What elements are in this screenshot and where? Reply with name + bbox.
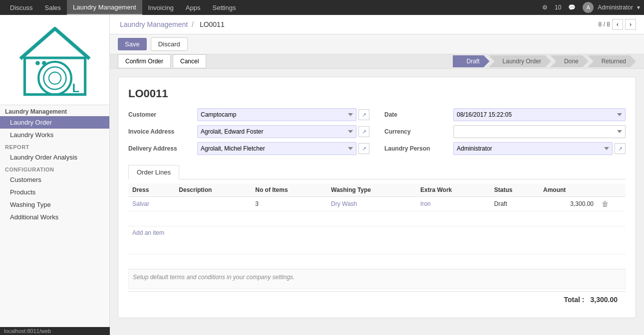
- delivery-address-ext-link[interactable]: ↗: [358, 143, 369, 154]
- notes-area[interactable]: Setup default terms and conditions in yo…: [128, 269, 626, 289]
- cell-amount: 3,300.00: [539, 197, 598, 211]
- cell-delete: 🗑: [598, 197, 626, 211]
- currency-row: Currency: [384, 125, 626, 138]
- breadcrumb-module[interactable]: Laundry Management: [120, 20, 188, 28]
- cancel-button[interactable]: Cancel: [173, 54, 206, 68]
- record-title: LO0011: [128, 87, 626, 100]
- total-label: Total :: [564, 296, 585, 304]
- chat-icon[interactable]: 💬: [565, 4, 579, 11]
- avatar[interactable]: A: [583, 2, 594, 13]
- tab-order-lines[interactable]: Order Lines: [128, 165, 179, 179]
- pagination-next[interactable]: ›: [625, 19, 636, 30]
- customer-label: Customer: [128, 111, 193, 118]
- col-amount: Amount: [539, 183, 598, 197]
- laundry-person-select[interactable]: Administrator: [453, 142, 613, 155]
- col-extra-work: Extra Work: [416, 183, 490, 197]
- pipeline: Draft Laundry Order Done Returned: [454, 55, 636, 67]
- date-row: Date 08/16/2017 15:22:05: [384, 108, 626, 121]
- currency-label: Currency: [384, 128, 449, 135]
- invoice-address-row: Invoice Address Agrolait, Edward Foster …: [128, 125, 369, 138]
- nav-discuss[interactable]: Discuss: [4, 0, 39, 15]
- tabs-row: Order Lines: [128, 165, 626, 179]
- col-status: Status: [490, 183, 539, 197]
- laundry-person-label: Laundry Person: [384, 145, 449, 152]
- pipeline-step-draft[interactable]: Draft: [453, 55, 490, 67]
- nav-laundry-management[interactable]: Laundry Management: [67, 0, 142, 15]
- breadcrumb: Laundry Management / LO0011: [118, 20, 225, 28]
- nav-sales[interactable]: Sales: [39, 0, 67, 15]
- currency-select[interactable]: [453, 125, 626, 138]
- sidebar-item-customers[interactable]: Customers: [0, 173, 109, 186]
- help-icon[interactable]: ⚙: [539, 4, 551, 11]
- svg-point-5: [42, 61, 46, 65]
- sidebar-item-products[interactable]: Products: [0, 186, 109, 198]
- col-washing-type: Washing Type: [327, 183, 416, 197]
- sidebar-section-main: Laundry Management: [0, 105, 109, 116]
- sidebar-item-washing-type[interactable]: Washing Type: [0, 198, 109, 211]
- nav-apps[interactable]: Apps: [180, 0, 207, 15]
- customer-select[interactable]: Camptocamp: [197, 108, 356, 121]
- breadcrumb-sep: /: [192, 20, 194, 28]
- dress-link[interactable]: Salvar: [132, 200, 149, 207]
- cell-extra-work: Iron: [416, 197, 490, 211]
- sidebar-section-report: Report: [0, 141, 109, 151]
- username: Administrator: [598, 4, 633, 11]
- breadcrumb-record: LO0011: [200, 20, 225, 28]
- confirm-order-button[interactable]: Confirm Order: [118, 54, 171, 68]
- customer-ext-link[interactable]: ↗: [358, 109, 369, 120]
- pagination-prev[interactable]: ‹: [612, 19, 623, 30]
- spacer-row: [128, 211, 626, 226]
- date-select[interactable]: 08/16/2017 15:22:05: [453, 108, 626, 121]
- col-no-of-items: No of Items: [251, 183, 327, 197]
- pagination-info: 8 / 8: [599, 21, 610, 28]
- pipeline-step-done[interactable]: Done: [550, 55, 589, 67]
- content-header: Laundry Management / LO0011 8 / 8 ‹ ›: [110, 15, 644, 34]
- notes-placeholder: Setup default terms and conditions in yo…: [133, 274, 295, 281]
- total-value: 3,300.00: [591, 296, 618, 304]
- empty-area-2: [128, 254, 626, 269]
- discard-button[interactable]: Discard: [151, 37, 188, 51]
- extra-work-link[interactable]: Iron: [420, 200, 431, 207]
- cell-description: [175, 197, 251, 211]
- date-label: Date: [384, 111, 449, 118]
- delivery-address-select[interactable]: Agrolait, Michel Fletcher: [197, 142, 356, 155]
- cell-no-of-items: 3: [251, 197, 327, 211]
- add-item-link[interactable]: Add an item: [128, 226, 168, 239]
- pipeline-step-returned[interactable]: Returned: [588, 55, 636, 67]
- svg-point-3: [48, 72, 60, 84]
- delivery-address-label: Delivery Address: [128, 145, 193, 152]
- content-area: Laundry Management / LO0011 8 / 8 ‹ › Sa…: [110, 15, 644, 335]
- total-row: Total : 3,300.00: [128, 291, 626, 308]
- sidebar-section-config: Configuration: [0, 164, 109, 173]
- action-row: Save Discard: [110, 34, 644, 54]
- pipeline-step-laundry-order[interactable]: Laundry Order: [489, 55, 551, 67]
- notification-count[interactable]: 10: [555, 4, 561, 11]
- sidebar-item-additional-works[interactable]: Additional Works: [0, 211, 109, 223]
- svg-point-2: [43, 67, 66, 89]
- laundry-person-ext-link[interactable]: ↗: [615, 143, 626, 154]
- pagination: 8 / 8 ‹ ›: [599, 19, 636, 30]
- form-card: LO0011 Customer Camptocamp ↗: [118, 77, 636, 318]
- sidebar-item-laundry-works[interactable]: Laundry Works: [0, 129, 109, 141]
- sidebar-item-laundry-order[interactable]: Laundry Order: [0, 116, 109, 129]
- washing-type-link[interactable]: Dry Wash: [331, 200, 357, 207]
- nav-settings[interactable]: Settings: [206, 0, 242, 15]
- delete-row-button[interactable]: 🗑: [602, 200, 609, 208]
- sidebar-item-laundry-order-analysis[interactable]: Laundry Order Analysis: [0, 151, 109, 164]
- invoice-address-label: Invoice Address: [128, 128, 193, 135]
- svg-text:L: L: [72, 81, 79, 95]
- user-menu-chevron[interactable]: ▾: [637, 4, 640, 11]
- invoice-address-ext-link[interactable]: ↗: [358, 126, 369, 137]
- form-area: LO0011 Customer Camptocamp ↗: [110, 69, 644, 335]
- invoice-address-select[interactable]: Agrolait, Edward Foster: [197, 125, 356, 138]
- col-description: Description: [175, 183, 251, 197]
- table-row: Salvar 3 Dry Wash Iron Draft 3,300.00 🗑: [128, 197, 626, 211]
- save-button[interactable]: Save: [118, 38, 147, 50]
- svg-point-4: [35, 61, 40, 65]
- url-bar: localhost:8011/web: [0, 327, 110, 335]
- status-bar: Confirm Order Cancel Draft Laundry Order…: [110, 54, 644, 69]
- nav-invoicing[interactable]: Invoicing: [142, 0, 180, 15]
- laundry-person-row: Laundry Person Administrator ↗: [384, 142, 626, 155]
- col-dress: Dress: [128, 183, 175, 197]
- order-table: Dress Description No of Items Washing Ty…: [128, 183, 626, 226]
